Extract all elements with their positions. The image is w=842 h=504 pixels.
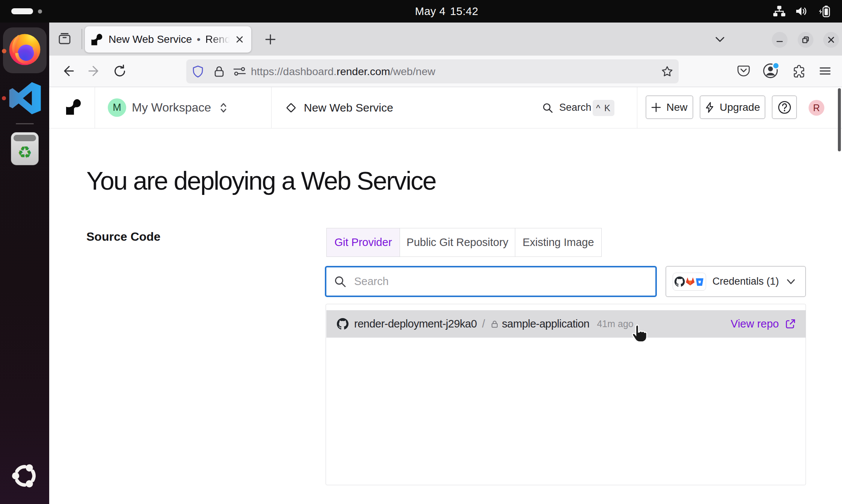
tab-separator: [81, 29, 82, 49]
firefox-running-dot: [2, 49, 6, 53]
render-logo[interactable]: [66, 99, 81, 115]
tab-git-provider[interactable]: Git Provider: [326, 228, 400, 257]
workspace-name: My Workspace: [132, 101, 211, 115]
search-placeholder: Search: [354, 275, 389, 288]
github-icon: [675, 276, 685, 287]
window-close-button[interactable]: [823, 32, 839, 48]
bitbucket-icon: [695, 277, 704, 287]
page-title: You are deploying a Web Service: [86, 166, 436, 195]
url-text[interactable]: https://dashboard.render.com/web/new: [251, 65, 435, 78]
search-icon: [334, 275, 346, 288]
search-shortcut-label: ^ K: [596, 103, 611, 113]
battery-icon: [818, 5, 831, 17]
workspace-selector[interactable]: My Workspace: [132, 87, 211, 128]
extensions-icon[interactable]: [792, 64, 806, 78]
back-icon[interactable]: [61, 64, 75, 78]
ubuntu-logo-icon[interactable]: [10, 461, 39, 490]
trash-icon[interactable]: ♻: [11, 132, 39, 165]
lock-icon[interactable]: [213, 65, 225, 78]
system-status-area[interactable]: [773, 0, 831, 23]
repository-row[interactable]: render-deployment-j29ka0 / sample-applic…: [326, 310, 806, 338]
tab-close-icon[interactable]: [234, 34, 245, 45]
workspace-dot: [38, 9, 42, 14]
network-icon: [773, 5, 786, 17]
search-icon: [542, 102, 553, 113]
github-icon: [337, 318, 349, 330]
tab-label: Public Git Repository: [407, 236, 509, 249]
mouse-cursor: [630, 324, 648, 343]
credentials-label: Credentials (1): [712, 276, 779, 287]
recycle-symbol: ♻: [11, 141, 39, 164]
chevron-down-icon: [786, 276, 796, 287]
repo-search-input[interactable]: Search: [325, 266, 657, 297]
firefox-icon[interactable]: [7, 32, 42, 67]
breadcrumb-label: New Web Service: [304, 101, 393, 114]
url-path: /web/new: [390, 65, 435, 77]
repo-name: sample-application: [502, 318, 590, 330]
global-search-button[interactable]: Search: [542, 87, 592, 128]
page-content: M My Workspace New Web Service Search: [49, 87, 842, 504]
search-shortcut-badge: ^ K: [593, 100, 614, 116]
tab-public-git-repository[interactable]: Public Git Repository: [400, 228, 515, 257]
dock-separator: [16, 123, 34, 124]
permissions-icon[interactable]: [233, 66, 246, 77]
plus-icon: [651, 103, 661, 112]
repo-owner: render-deployment-j29ka0: [354, 318, 477, 330]
vscode-running-dot: [2, 96, 6, 100]
header-divider: [637, 87, 637, 128]
source-code-label: Source Code: [86, 230, 160, 244]
render-favicon: [91, 34, 103, 45]
workspace-avatar-letter: M: [113, 102, 121, 113]
new-button[interactable]: New: [646, 95, 693, 119]
view-repo-link[interactable]: View repo: [731, 318, 779, 330]
clock-time: 15:42: [450, 5, 478, 18]
tab-title: New Web Service: [109, 33, 192, 45]
new-button-label: New: [666, 101, 687, 113]
tracking-shield-icon[interactable]: [192, 65, 204, 78]
clock[interactable]: May 4 15:42: [415, 0, 478, 23]
window-minimize-button[interactable]: [772, 32, 788, 48]
firefox-window: New Web Service • Rend: [49, 23, 842, 504]
private-repo-lock-icon: [490, 320, 499, 328]
forward-icon[interactable]: [87, 64, 101, 78]
vscode-icon[interactable]: [9, 82, 41, 115]
gitlab-icon: [685, 276, 695, 287]
desktop-screen: May 4 15:42: [0, 0, 842, 504]
question-mark-icon: [777, 100, 792, 115]
url-prefix: https://dashboard.: [251, 65, 336, 77]
clock-date: May 4: [415, 5, 445, 18]
system-top-bar: May 4 15:42: [0, 0, 842, 23]
activities-indicator[interactable]: [11, 8, 42, 15]
active-tab[interactable]: New Web Service • Rend: [85, 26, 251, 53]
trash-lid: [14, 135, 36, 141]
header-divider: [271, 87, 272, 128]
breadcrumb-service-name: New Web Service: [304, 87, 393, 128]
external-link-icon: [785, 318, 796, 330]
tab-existing-image[interactable]: Existing Image: [515, 228, 602, 257]
page-scrollbar-thumb[interactable]: [838, 88, 841, 151]
new-tab-button[interactable]: [264, 33, 276, 45]
upgrade-button[interactable]: Upgrade: [700, 95, 765, 119]
tab-label: Git Provider: [334, 236, 392, 249]
repository-list: render-deployment-j29ka0 / sample-applic…: [326, 304, 806, 485]
user-avatar-letter: R: [813, 103, 820, 113]
source-tabs: Git Provider Public Git Repository Exist…: [326, 228, 602, 257]
global-search-label: Search: [559, 102, 592, 113]
credentials-dropdown[interactable]: Credentials (1): [665, 266, 806, 297]
workspace-avatar[interactable]: M: [108, 98, 126, 117]
browser-toolbar: https://dashboard.render.com/web/new: [49, 56, 842, 87]
workspace-caret-icon[interactable]: [217, 101, 229, 114]
help-button[interactable]: [772, 95, 797, 119]
account-icon[interactable]: [762, 63, 779, 79]
reload-icon[interactable]: [113, 64, 127, 78]
list-all-tabs-chevron-icon[interactable]: [714, 35, 726, 44]
window-maximize-button[interactable]: [798, 32, 813, 48]
hamburger-menu-icon[interactable]: [818, 64, 832, 78]
url-bar[interactable]: https://dashboard.render.com/web/new: [186, 59, 679, 83]
tab-title-suffix: Rend: [205, 33, 232, 45]
firefox-view-icon[interactable]: [58, 32, 71, 45]
bookmark-star-icon[interactable]: [661, 65, 673, 78]
provider-icons: [673, 273, 706, 291]
pocket-icon[interactable]: [737, 64, 750, 78]
user-avatar[interactable]: R: [809, 100, 824, 116]
